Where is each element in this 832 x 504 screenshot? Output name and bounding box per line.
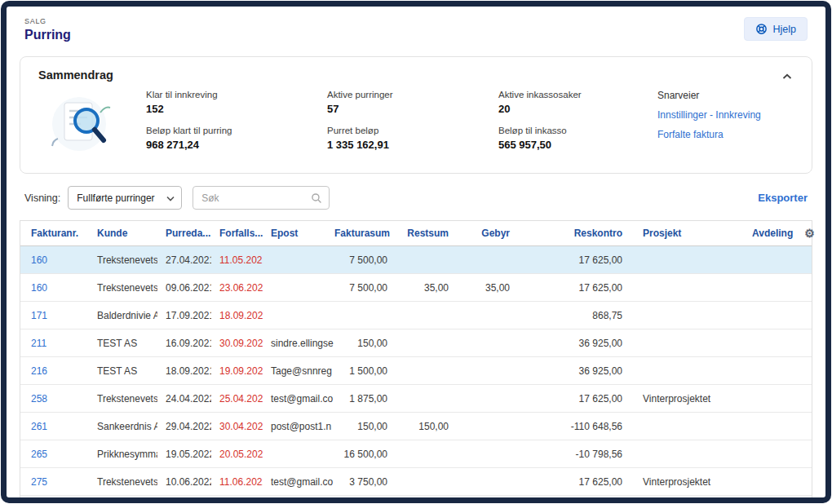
chevron-down-icon [166,196,175,201]
table-row[interactable]: 261Sankeerdnis A29.04.202230.04.2022post… [20,413,812,440]
help-button-label: Hjelp [773,24,797,35]
cell-reskontro: -10 798,56 [512,449,625,460]
cell-kunde: Trekstenevets [89,282,157,294]
cell-purredato: 19.05.2022 [157,449,211,460]
help-button[interactable]: Hjelp [744,17,808,41]
invoice-number-link[interactable]: 171 [31,310,47,321]
column-header-epost[interactable]: Epost [263,228,334,239]
stat-value: 152 [146,103,327,115]
cell-fakturasum: 3 750,00 [334,476,390,488]
cell-kunde: Balderdnivie A [89,310,157,321]
shortcuts-column: Snarveier Innstillinger - Innkreving For… [657,88,761,140]
export-link[interactable]: Eksporter [758,192,808,204]
invoice-number-link[interactable]: 265 [31,449,47,460]
cell-purredato: 09.06.2021 [157,282,211,294]
shortcut-link-forfalte-faktura[interactable]: Forfalte faktura [657,129,761,140]
stat-value: 20 [498,103,657,115]
table-row[interactable]: 160Trekstenevets27.04.202111.05.20217 50… [20,246,812,274]
cell-forfall: 11.05.2021 [211,254,263,266]
column-header-gebyr[interactable]: Gebyr [451,228,512,239]
stat-value: 1 335 162,91 [327,139,498,151]
cell-fakturanr: 261 [20,421,89,432]
table-row[interactable]: 265Prikknesymma19.05.202220.05.202216 50… [20,440,812,468]
column-header-kunde[interactable]: Kunde [89,228,157,239]
collapse-summary-button[interactable] [781,72,794,82]
column-header-purredato[interactable]: Purreda... [157,228,211,239]
cell-reskontro: 17 625,00 [512,282,625,294]
search-box [193,186,330,210]
cell-fakturanr: 211 [20,338,89,349]
summary-title: Sammendrag [38,69,794,82]
cell-fakturanr: 216 [20,365,89,377]
column-header-avdeling[interactable]: Avdeling [747,228,796,239]
invoice-number-link[interactable]: 258 [31,393,47,405]
stat-label: Purret beløp [327,126,498,135]
column-header-forfall[interactable]: Forfalls... [211,228,263,239]
cell-epost: Tage@snnreg [263,365,334,377]
cell-forfall: 11.06.2022 [211,476,263,488]
cell-reskontro: 17 625,00 [512,476,625,488]
search-input[interactable] [193,187,312,209]
stat-label: Aktive purringer [327,90,498,99]
stat-label: Klar til innkreving [146,90,327,99]
table-row[interactable]: 216TEST AS18.09.202119.09.2021Tage@snnre… [20,357,812,385]
cell-purredato: 18.09.2021 [157,365,211,377]
cell-prosjekt: Vinterprosjektet [625,476,747,488]
invoice-number-link[interactable]: 160 [31,282,47,294]
cell-forfall: 30.04.2022 [211,421,263,432]
cell-reskontro: 36 925,00 [512,365,625,377]
invoice-number-link[interactable]: 275 [31,476,47,488]
table-row[interactable]: 275Trekstenevets10.06.202211.06.2022test… [20,468,812,496]
cell-kunde: Trekstenevets [89,393,157,405]
cell-prosjekt: Vinterprosjektet [625,393,747,405]
cell-fakturanr: 171 [20,310,89,321]
cell-reskontro: 868,75 [512,310,625,321]
lifebuoy-icon [755,23,768,35]
cell-fakturanr: 160 [20,282,89,294]
cell-fakturasum: 7 500,00 [334,282,390,294]
chevron-up-icon [782,73,792,80]
column-header-prosjekt[interactable]: Prosjekt [625,228,747,239]
view-select[interactable]: Fullførte purringer [68,186,182,210]
table-row[interactable]: 171Balderdnivie A17.09.202118.09.2021868… [20,302,812,329]
table-row[interactable]: 160Trekstenevets09.06.202123.06.20217 50… [20,274,812,302]
column-header-fakturanr[interactable]: Fakturanr. [20,228,89,239]
table-row[interactable]: 276Sigurd Stormo07.07.202208.07.2022sigu… [20,496,812,497]
column-header-restsum[interactable]: Restsum [390,228,451,239]
table-row[interactable]: 211TEST AS16.09.202130.09.2021sindre.ell… [20,329,812,357]
cell-epost: sindre.ellingse [263,338,334,349]
cell-fakturasum: 150,00 [334,338,390,349]
cell-kunde: TEST AS [89,365,157,377]
column-header-fakturasum[interactable]: Fakturasum [334,228,390,239]
cell-kunde: Trekstenevets [89,254,157,266]
app-frame: SALG Purring Hjelp Sammendrag [1,1,831,503]
table-header-row: Fakturanr.KundePurreda...Forfalls...Epos… [20,221,812,246]
search-document-illustration [48,88,117,157]
shortcut-link-innstillinger[interactable]: Innstillinger - Innkreving [657,109,761,121]
summary-card: Sammendrag Klar [20,56,812,174]
cell-fakturasum: 1 500,00 [334,365,390,377]
cell-restsum: 35,00 [390,282,451,294]
stat-value: 565 957,50 [498,139,657,151]
invoice-number-link[interactable]: 261 [31,421,47,432]
cell-fakturanr: 275 [20,476,89,488]
shortcuts-title: Snarveier [657,90,761,101]
table-row[interactable]: 258Trekstenevets24.04.202225.04.2022test… [20,385,812,413]
cell-forfall: 25.04.2022 [211,393,263,405]
page: SALG Purring Hjelp Sammendrag [7,7,825,497]
stat-label: Beløp til inkasso [498,126,657,135]
invoice-number-link[interactable]: 211 [31,338,46,349]
page-title: Purring [24,28,808,42]
invoice-number-link[interactable]: 216 [31,365,47,377]
column-header-reskontro[interactable]: Reskontro [512,228,625,239]
table-body: 160Trekstenevets27.04.202111.05.20217 50… [20,246,812,497]
stat-value: 968 271,24 [146,139,327,151]
stat-label: Beløp klart til purring [146,126,327,135]
cell-reskontro: 36 925,00 [512,338,625,349]
invoice-number-link[interactable]: 160 [31,254,47,266]
cell-purredato: 17.09.2021 [157,310,211,321]
table-settings-gear-icon[interactable]: ⚙ [796,227,823,240]
cell-fakturanr: 265 [20,449,89,460]
view-label: Visning: [24,192,60,204]
cell-gebyr: 35,00 [451,282,512,294]
